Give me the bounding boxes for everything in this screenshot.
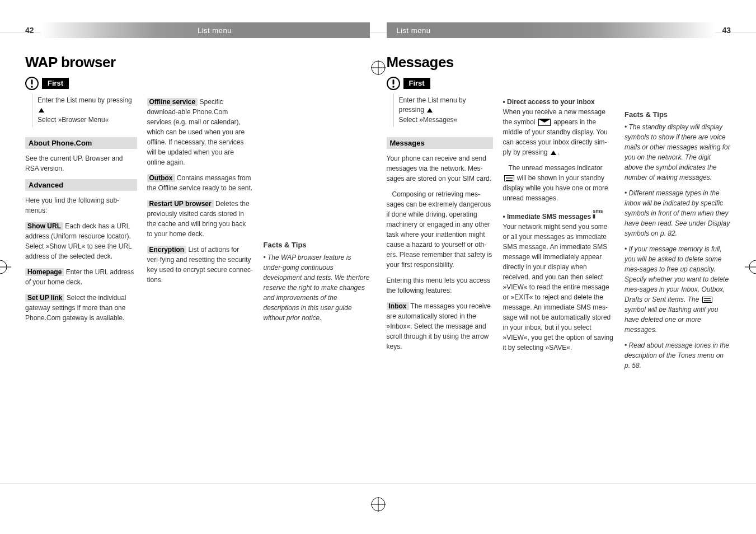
facts-2: • Different message types in the inbox w…: [624, 188, 731, 238]
show-url-label: Show URL: [25, 222, 63, 230]
svg-rect-11: [31, 79, 33, 85]
messages-p3: Entering this menu lets you access the f…: [387, 275, 493, 296]
restart-label: Restart UP browser: [147, 200, 214, 208]
advanced-intro: Here you find the following sub-menus:: [25, 195, 137, 216]
first-callout-body: Enter the List menu by pressing Select »…: [393, 93, 493, 127]
first-callout-title: First: [403, 78, 430, 89]
page-header-left: List menu: [41, 22, 370, 38]
message-lines-icon: [504, 175, 514, 181]
facts-title: Facts & Tips: [264, 241, 370, 249]
show-url-entry: Show URL Each deck has a URL address (Un…: [25, 221, 137, 261]
crop-mark-icon: [371, 497, 386, 512]
outbox-entry: Outbox Contains messages from the Offlin…: [147, 173, 253, 193]
offline-label: Offline service: [147, 98, 198, 106]
page-number-right: 43: [715, 26, 731, 35]
svg-point-15: [392, 86, 395, 88]
svg-rect-14: [392, 79, 394, 85]
facts-3: • If your message memory is full, you wi…: [624, 244, 731, 335]
up-arrow-icon: [551, 151, 556, 155]
up-arrow-icon: [39, 108, 44, 113]
facts-4: • Read about message tones in the descri…: [624, 340, 731, 371]
offline-entry: Offline service Specific download-able P…: [147, 97, 253, 167]
alert-icon: [387, 77, 400, 90]
crop-mark-icon: [0, 260, 11, 274]
crop-mark-icon: [745, 260, 756, 274]
encryption-entry: Encryption List of actions for veri-fyin…: [147, 245, 253, 285]
unread-indicator-block: The unread messages indicator will be sh…: [503, 163, 615, 203]
page-title: Messages: [387, 54, 731, 71]
sms-indicator-icon: sms▮: [593, 209, 603, 219]
section-advanced: Advanced: [25, 179, 137, 191]
envelope-icon: [538, 119, 551, 126]
setup-entry: Set UP link Select the individual gatewa…: [25, 293, 137, 323]
page-number-left: 42: [25, 26, 41, 35]
crop-mark-icon: [371, 60, 386, 75]
svg-point-12: [31, 86, 33, 88]
facts-title: Facts & Tips: [624, 110, 731, 119]
homepage-entry: Homepage Enter the URL address of your h…: [25, 267, 137, 287]
facts-text: • The WAP browser feature is under-going…: [264, 252, 370, 323]
restart-entry: Restart UP browser Deletes the previousl…: [147, 199, 253, 239]
direct-access-block: • Direct access to your inbox When you r…: [503, 97, 615, 157]
page-title: WAP browser: [25, 54, 370, 71]
inbox-entry: Inbox The messages you receive are autom…: [387, 301, 493, 352]
homepage-label: Homepage: [25, 268, 64, 276]
setup-label: Set UP link: [25, 294, 64, 302]
first-callout-title: First: [42, 78, 69, 89]
section-messages: Messages: [387, 137, 493, 149]
encryption-label: Encryption: [147, 246, 187, 254]
page-header-right: List menu: [387, 22, 716, 38]
alert-icon: [25, 77, 39, 90]
section-about: About Phone.Com: [25, 137, 137, 149]
outbox-label: Outbox: [147, 174, 175, 182]
about-text: See the current UP. Browser and RSA vers…: [25, 153, 137, 174]
first-callout-body: Enter the List menu by pressing Select »…: [32, 93, 137, 127]
messages-p1: Your phone can receive and send messages…: [387, 153, 493, 184]
inbox-label: Inbox: [387, 302, 409, 310]
messages-p2: Composing or retrieving mes-sages can be…: [387, 189, 493, 270]
immediate-sms-block: • Immediate SMS messages sms▮ Your netwo…: [503, 209, 615, 353]
message-lines-icon: [702, 297, 712, 303]
facts-1: • The standby display will display symbo…: [624, 122, 731, 182]
up-arrow-icon: [427, 108, 433, 113]
